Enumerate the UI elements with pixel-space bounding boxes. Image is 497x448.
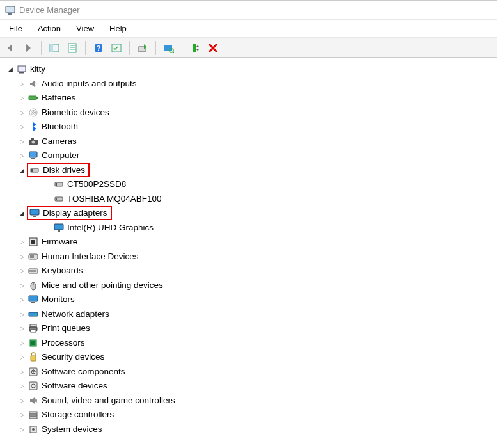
computer-icon <box>28 150 38 161</box>
category-label: Storage controllers <box>41 408 114 422</box>
expand-icon[interactable]: ▷ <box>18 152 26 159</box>
category-label: Computer <box>41 148 80 163</box>
tree-category[interactable]: ▷ Software components <box>4 365 497 380</box>
action-button[interactable] <box>109 40 124 56</box>
tree-category[interactable]: ▷ Network adapters <box>4 307 497 322</box>
tree-category[interactable]: ▷ Monitors <box>4 292 497 307</box>
device-label: TOSHIBA MQ04ABF100 <box>67 192 162 207</box>
category-label: Software devices <box>41 379 108 394</box>
tree-category[interactable]: ◢ Display adapters <box>4 206 497 221</box>
root-label: kitty <box>29 62 46 77</box>
expand-icon[interactable]: ▷ <box>18 426 26 433</box>
display-icon <box>54 223 64 233</box>
back-button[interactable] <box>3 40 18 56</box>
sound-icon <box>28 396 38 406</box>
tree-category[interactable]: ▷ Cameras <box>4 134 497 149</box>
mouse-icon <box>28 280 38 291</box>
firmware-icon <box>28 237 38 247</box>
speaker-icon <box>28 79 38 89</box>
menu-action[interactable]: Action <box>30 21 68 36</box>
category-label: Network adapters <box>41 307 110 322</box>
expand-icon[interactable]: ▷ <box>18 253 26 260</box>
expand-icon[interactable]: ▷ <box>18 353 26 361</box>
camera-icon <box>28 136 38 147</box>
battery-icon <box>28 93 38 103</box>
tree-root[interactable]: ◢ kitty <box>4 62 497 77</box>
security-icon <box>28 352 38 362</box>
svg-text:?: ? <box>97 44 101 52</box>
toolbar-separator <box>41 41 42 55</box>
category-label: Batteries <box>41 91 76 106</box>
keyboard-icon <box>28 266 38 276</box>
svg-rect-51 <box>68 44 76 52</box>
expand-icon[interactable]: ▷ <box>18 310 26 318</box>
tree-category[interactable]: ▷ Computer <box>4 148 497 163</box>
tree-category[interactable]: ▷ Sound, video and game controllers <box>4 394 497 408</box>
tree-category[interactable]: ▷ Batteries <box>4 91 497 106</box>
expand-icon[interactable]: ▷ <box>18 368 26 376</box>
expander-none <box>43 180 51 188</box>
tree-category[interactable]: ▷ Audio inputs and outputs <box>4 77 497 92</box>
forward-button[interactable] <box>20 40 36 56</box>
expand-icon[interactable]: ▷ <box>18 94 26 102</box>
tree-device[interactable]: CT500P2SSD8 <box>4 177 497 192</box>
tree-category[interactable]: ▷ Software devices <box>4 379 497 394</box>
category-label: Keyboards <box>41 264 84 278</box>
tree-device[interactable]: TOSHIBA MQ04ABF100 <box>4 192 497 207</box>
category-label: Bluetooth <box>41 120 79 134</box>
tree-category[interactable]: ◢ Disk drives <box>4 163 497 178</box>
expand-icon[interactable]: ▷ <box>18 123 26 131</box>
tree-category[interactable]: ▷ Biometric devices <box>4 106 497 120</box>
expand-icon[interactable]: ▷ <box>18 339 26 347</box>
expand-icon[interactable]: ▷ <box>18 138 26 145</box>
menu-file[interactable]: File <box>1 21 30 36</box>
category-label: Processors <box>41 336 86 351</box>
tree-category[interactable]: ▷ Storage controllers <box>4 408 497 422</box>
expand-icon[interactable]: ▷ <box>18 238 26 246</box>
add-legacy-hardware-button[interactable] <box>187 40 203 56</box>
fingerprint-icon <box>28 108 38 118</box>
titlebar: Device Manager <box>0 1 497 20</box>
tree-category[interactable]: ▷ Mice and other pointing devices <box>4 278 497 293</box>
expand-icon[interactable]: ▷ <box>18 80 26 88</box>
category-label: Security devices <box>41 350 105 365</box>
app-icon <box>5 5 15 15</box>
properties-button[interactable] <box>65 40 80 56</box>
svg-line-61 <box>173 52 174 53</box>
collapse-icon[interactable]: ◢ <box>6 65 14 73</box>
expand-icon[interactable]: ▷ <box>18 397 26 404</box>
expand-icon[interactable]: ▷ <box>18 324 26 332</box>
collapse-icon[interactable]: ◢ <box>18 166 26 174</box>
collapse-icon[interactable]: ◢ <box>18 209 26 217</box>
category-label: Cameras <box>41 134 77 149</box>
expand-icon[interactable]: ▷ <box>18 282 26 289</box>
expand-icon[interactable]: ▷ <box>18 296 26 303</box>
scan-hardware-button[interactable] <box>161 40 177 56</box>
uninstall-device-button[interactable] <box>205 40 221 56</box>
help-button[interactable]: ? <box>91 40 106 56</box>
expand-icon[interactable]: ▷ <box>18 382 26 390</box>
tree-device[interactable]: Intel(R) UHD Graphics <box>4 221 497 236</box>
device-tree[interactable]: ◢ kitty ▷ Audio inputs and outputs ▷ Bat… <box>0 58 497 448</box>
svg-rect-59 <box>164 45 172 51</box>
expand-icon[interactable]: ▷ <box>18 109 26 116</box>
tree-category[interactable]: ▷ Keyboards <box>4 264 497 278</box>
menu-view[interactable]: View <box>68 21 102 36</box>
expand-icon[interactable]: ▷ <box>18 411 26 419</box>
monitor-icon <box>28 294 38 305</box>
tree-category[interactable]: ▷ Print queues <box>4 321 497 336</box>
tree-category[interactable]: ▷ System devices <box>4 422 497 437</box>
printer-icon <box>28 323 38 333</box>
tree-category[interactable]: ▷ Security devices <box>4 350 497 365</box>
tree-category[interactable]: ▷ Bluetooth <box>4 120 497 134</box>
category-label: System devices <box>41 422 103 437</box>
tree-category[interactable]: ▷ Processors <box>4 336 497 351</box>
menu-help[interactable]: Help <box>102 21 134 36</box>
expand-icon[interactable]: ▷ <box>18 267 26 275</box>
update-driver-button[interactable] <box>135 40 150 56</box>
tree-category[interactable]: ▷ Human Interface Devices <box>4 250 497 264</box>
category-label: Monitors <box>41 292 75 307</box>
window-title: Device Manager <box>19 5 80 15</box>
show-hide-console-button[interactable] <box>47 40 62 56</box>
tree-category[interactable]: ▷ Firmware <box>4 235 497 250</box>
